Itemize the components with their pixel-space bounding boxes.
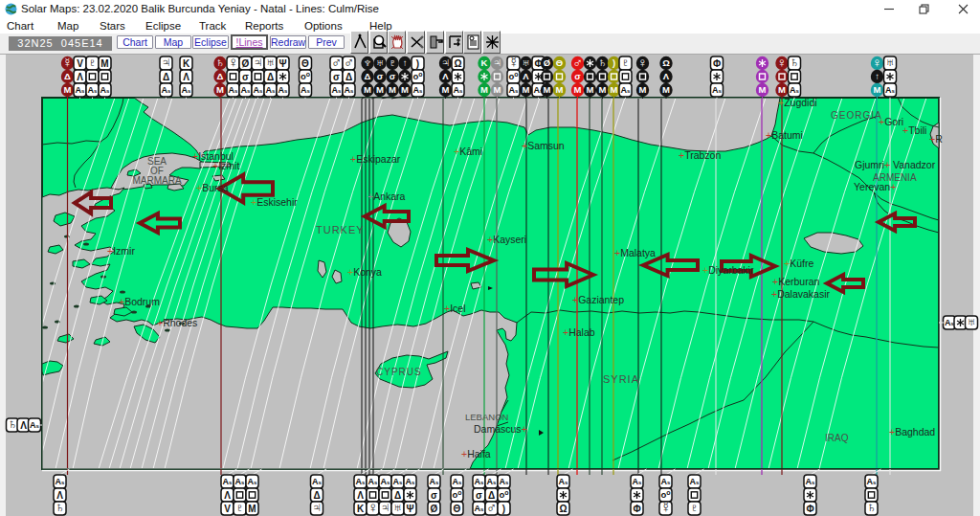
svg-text:+Bursa: +Bursa (196, 182, 229, 193)
svg-text:♃: ♃ (161, 54, 171, 70)
svg-text:M: M (544, 84, 551, 95)
svg-text:+Gaziantep: +Gaziantep (572, 294, 624, 305)
svg-text:ARMENIA: ARMENIA (873, 172, 917, 183)
svg-text:σ: σ (431, 490, 437, 501)
svg-text:M: M (442, 84, 450, 95)
svg-text:Ø: Ø (431, 504, 438, 514)
svg-text:V: V (77, 58, 83, 69)
svg-text:M: M (364, 84, 371, 95)
svg-text:♄: ♄ (597, 55, 608, 70)
svg-text:TURKEY: TURKEY (316, 224, 365, 236)
svg-text:♄: ♄ (789, 54, 799, 70)
svg-text:♄: ♄ (7, 415, 17, 432)
svg-text:M: M (389, 84, 396, 95)
svg-text:Λ: Λ (663, 71, 670, 81)
svg-text:+Zugdidi: +Zugdidi (778, 97, 817, 108)
svg-text:M: M (100, 58, 108, 69)
svg-text:+Kayseri: +Kayseri (487, 234, 526, 245)
svg-text:☿: ☿ (508, 54, 519, 70)
svg-text:♇: ♇ (87, 54, 98, 70)
svg-text:Λ: Λ (523, 71, 529, 81)
svg-text:GEORGIA: GEORGIA (831, 110, 882, 121)
svg-text:M: M (574, 84, 582, 95)
svg-text:M: M (216, 84, 224, 95)
svg-text:Ψ: Ψ (406, 504, 413, 514)
svg-text:Λ: Λ (442, 71, 449, 81)
svg-text:+Batumi: +Batumi (766, 129, 803, 141)
svg-text:M: M (662, 84, 670, 95)
svg-text:Φ: Φ (713, 58, 721, 69)
svg-text:M: M (523, 84, 530, 95)
svg-text:Λ: Λ (357, 490, 364, 501)
svg-text:M: M (556, 84, 564, 95)
svg-text:♃: ♃ (440, 55, 451, 70)
svg-text:M: M (759, 84, 767, 95)
svg-text:Θ: Θ (301, 58, 309, 69)
svg-text:Ω: Ω (662, 57, 670, 68)
svg-text:♃: ♃ (492, 55, 502, 70)
svg-text:M: M (248, 504, 256, 514)
svg-text:SYRIA: SYRIA (603, 373, 639, 385)
svg-text:♂: ♂ (344, 54, 354, 70)
svg-text:Φ: Φ (806, 504, 813, 514)
svg-text:σ: σ (574, 71, 581, 81)
svg-text:+Küfre: +Küfre (784, 258, 813, 269)
svg-text:Ω: Ω (559, 504, 567, 514)
svg-text:Φ: Φ (633, 504, 640, 514)
svg-text:M: M (64, 84, 72, 95)
svg-text:): ) (502, 504, 505, 514)
svg-text:♃: ♃ (311, 499, 322, 515)
svg-text:V: V (224, 504, 231, 514)
svg-text:+Konya: +Konya (347, 266, 382, 278)
svg-text:): ) (612, 57, 615, 68)
svg-text:♀: ♀ (777, 55, 788, 70)
svg-text:M: M (587, 84, 594, 95)
svg-text:CYPRUS: CYPRUS (376, 367, 422, 377)
svg-text:+Trabzon: +Trabzon (679, 149, 721, 161)
svg-text:Δ: Δ (163, 72, 169, 82)
svg-text:σ: σ (476, 490, 482, 501)
svg-text:Δ: Δ (365, 71, 371, 81)
svg-text:♅: ♅ (884, 54, 895, 70)
svg-text:): ) (416, 58, 419, 69)
svg-text:M: M (480, 84, 488, 95)
svg-text:LEBANON: LEBANON (465, 412, 509, 422)
svg-text:Δ: Δ (217, 71, 224, 81)
svg-text:K: K (357, 504, 365, 514)
svg-text:♀: ♀ (637, 55, 648, 70)
svg-text:♅: ♅ (265, 54, 276, 70)
svg-text:☿: ☿ (660, 499, 671, 515)
svg-text:♂: ♂ (572, 55, 583, 70)
svg-text:☿: ☿ (62, 55, 73, 70)
svg-text:Δ: Δ (64, 71, 71, 81)
svg-text:♅: ♅ (392, 499, 403, 515)
svg-text:+Samsun: +Samsun (522, 140, 565, 151)
svg-text:+Bodrum: +Bodrum (119, 296, 160, 307)
svg-text:Θ: Θ (454, 504, 461, 514)
svg-text:Gjumri+ Vanadzor: Gjumri+ Vanadzor (855, 159, 936, 170)
svg-text:♇: ♇ (620, 54, 631, 70)
svg-text:♅: ♅ (966, 313, 976, 329)
svg-text:M: M (376, 84, 384, 95)
svg-text:+Ankara: +Ankara (368, 191, 406, 202)
svg-text:+Kâmi: +Kâmi (454, 146, 482, 157)
svg-text:Ω: Ω (454, 58, 461, 69)
svg-text:+Malatya: +Malatya (614, 247, 656, 258)
svg-text:♀: ♀ (368, 499, 378, 515)
svg-text:Λ: Λ (77, 72, 83, 82)
svg-text:IRAQ: IRAQ (825, 433, 849, 443)
svg-text:↑: ↑ (875, 71, 880, 81)
svg-text:Damascus+: Damascus+ (474, 423, 527, 435)
svg-text:♀: ♀ (228, 54, 238, 70)
svg-text:♅: ♅ (521, 55, 531, 70)
svg-text:M: M (599, 84, 607, 95)
svg-text:+Icel: +Icel (444, 303, 465, 314)
svg-text:M: M (778, 84, 786, 95)
svg-text:M: M (494, 84, 501, 95)
svg-text:M: M (639, 84, 647, 95)
svg-text:+Dalavakasir: +Dalavakasir (771, 288, 830, 300)
svg-text:♄: ♄ (55, 499, 65, 515)
svg-text:Ø: Ø (242, 58, 250, 69)
svg-text:♂: ♂ (486, 499, 497, 515)
svg-text:+Gori: +Gori (879, 116, 903, 127)
